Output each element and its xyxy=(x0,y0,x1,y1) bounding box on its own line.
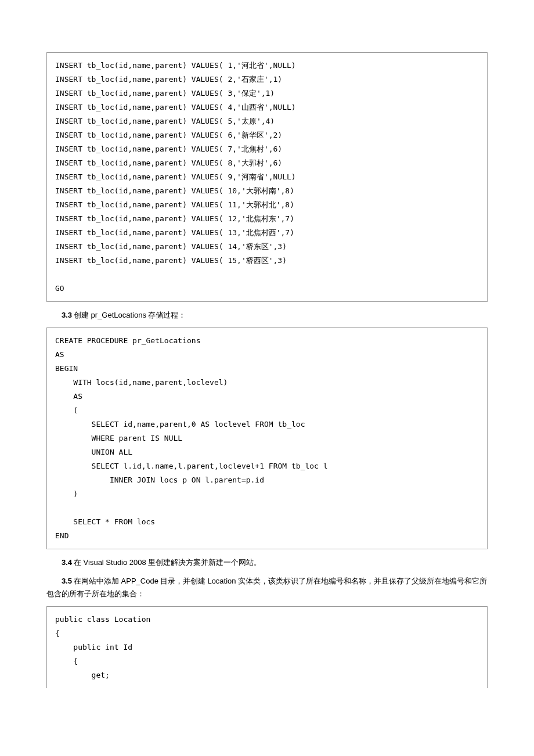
code-block-procedure: CREATE PROCEDURE pr_GetLocations AS BEGI… xyxy=(46,327,488,549)
step-number: 3.5 xyxy=(62,577,72,585)
text-run: 里创建解决方案并新建一个网站。 xyxy=(146,558,261,567)
folder-name: APP_Code xyxy=(121,577,158,585)
class-name: Location xyxy=(207,577,236,585)
product-name: Visual Studio 2008 xyxy=(84,558,146,567)
document-page: INSERT tb_loc(id,name,parent) VALUES( 1,… xyxy=(0,0,534,718)
code-block-insert: INSERT tb_loc(id,name,parent) VALUES( 1,… xyxy=(46,52,488,302)
proc-name: pr_GetLocations xyxy=(91,311,146,319)
paragraph-3-3: 3.3 创建 pr_GetLocations 存储过程： xyxy=(46,309,488,322)
paragraph-3-5: 3.5 在网站中添加 APP_Code 目录，并创建 Location 实体类，… xyxy=(46,575,488,600)
paragraph-3-4: 3.4 在 Visual Studio 2008 里创建解决方案并新建一个网站。 xyxy=(46,556,488,569)
text-run: 存储过程： xyxy=(146,311,186,319)
text-run: 在网站中添加 xyxy=(72,577,121,585)
text-run: 创建 xyxy=(72,311,91,319)
step-number: 3.3 xyxy=(62,311,72,319)
code-block-class: public class Location { public int Id { … xyxy=(46,606,488,688)
text-run: 目录，并创建 xyxy=(158,577,208,585)
text-run: 在 xyxy=(72,558,84,567)
step-number: 3.4 xyxy=(62,558,72,567)
